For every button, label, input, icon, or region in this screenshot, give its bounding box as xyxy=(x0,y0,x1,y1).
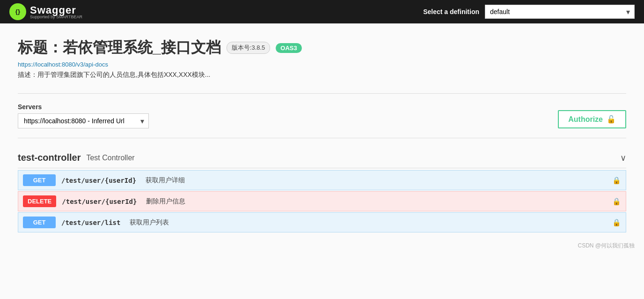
select-definition-label: Select a definition xyxy=(423,8,479,15)
servers-left: Servers https://localhost:8080 - Inferre… xyxy=(18,103,149,128)
endpoint-path: /test/user/list xyxy=(61,219,120,226)
svg-text:{}: {} xyxy=(15,8,20,15)
server-select[interactable]: https://localhost:8080 - Inferred Url xyxy=(18,113,149,128)
navbar-right: Select a definition default xyxy=(423,5,635,19)
definition-select[interactable]: default xyxy=(485,5,635,19)
method-badge: GET xyxy=(23,217,56,228)
footer: CSDN @何以我们孤独 xyxy=(0,237,644,254)
endpoint-lock-icon: 🔒 xyxy=(612,197,621,206)
method-badge: DELETE xyxy=(23,195,56,207)
endpoint-left: DELETE /test/user/{userId} 删除用户信息 xyxy=(23,195,185,207)
authorize-button-label: Authorize xyxy=(568,115,603,124)
servers-label: Servers xyxy=(18,103,149,111)
endpoint-path: /test/user/{userId} xyxy=(61,177,136,184)
endpoint-item[interactable]: GET /test/user/{userId} 获取用户详细 🔒 xyxy=(18,170,626,190)
definition-select-wrapper[interactable]: default xyxy=(485,5,635,19)
endpoint-path: /test/user/{userId} xyxy=(62,198,137,205)
title-row: 标题：若依管理系统_接口文档 版本号:3.8.5 OAS3 xyxy=(18,37,626,58)
endpoint-summary: 获取用户列表 xyxy=(130,218,169,227)
server-select-wrapper[interactable]: https://localhost:8080 - Inferred Url xyxy=(18,113,149,128)
navbar: {} Swagger Supported by SMARTBEAR Select… xyxy=(0,0,644,23)
endpoint-item[interactable]: DELETE /test/user/{userId} 删除用户信息 🔒 xyxy=(18,191,626,211)
swagger-logo-sub: Supported by SMARTBEAR xyxy=(30,15,82,19)
servers-section: Servers https://localhost:8080 - Inferre… xyxy=(18,93,626,138)
api-description: 描述：用于管理集团旗下公司的人员信息,具体包括XXX,XXX模块... xyxy=(18,71,626,79)
endpoint-lock-icon: 🔒 xyxy=(612,176,621,185)
description-label: 描述： xyxy=(18,71,37,78)
api-link[interactable]: https://localhost:8080/v3/api-docs xyxy=(18,61,626,68)
authorize-button[interactable]: Authorize 🔓 xyxy=(558,110,626,128)
method-badge: GET xyxy=(23,174,56,186)
endpoint-left: GET /test/user/list 获取用户列表 xyxy=(23,217,169,228)
swagger-brand: {} Swagger Supported by SMARTBEAR xyxy=(9,3,82,20)
endpoint-lock-icon: 🔒 xyxy=(612,218,621,227)
main-content: 标题：若依管理系统_接口文档 版本号:3.8.5 OAS3 https://lo… xyxy=(8,23,636,232)
endpoint-list: GET /test/user/{userId} 获取用户详细 🔒 DELETE … xyxy=(18,170,626,232)
chevron-down-icon: ∨ xyxy=(620,153,626,163)
lock-icon: 🔓 xyxy=(607,115,616,124)
version-badge: 版本号:3.8.5 xyxy=(227,42,271,54)
controller-name: test-controller xyxy=(18,152,80,163)
controller-section: test-controller Test Controller ∨ GET /t… xyxy=(18,148,626,232)
controller-title: test-controller Test Controller xyxy=(18,152,135,163)
swagger-logo-icon: {} xyxy=(13,7,23,17)
endpoint-item[interactable]: GET /test/user/list 获取用户列表 🔒 xyxy=(18,212,626,232)
footer-watermark: CSDN @何以我们孤独 xyxy=(578,242,635,249)
page-title: 标题：若依管理系统_接口文档 xyxy=(18,37,221,58)
description-text: 用于管理集团旗下公司的人员信息,具体包括XXX,XXX模块... xyxy=(37,71,210,78)
endpoint-summary: 删除用户信息 xyxy=(146,197,185,206)
controller-description: Test Controller xyxy=(86,154,134,162)
swagger-logo-circle: {} xyxy=(9,3,26,20)
oas-badge: OAS3 xyxy=(276,43,301,53)
title-area: 标题：若依管理系统_接口文档 版本号:3.8.5 OAS3 https://lo… xyxy=(18,37,626,79)
endpoint-left: GET /test/user/{userId} 获取用户详细 xyxy=(23,174,185,186)
controller-header[interactable]: test-controller Test Controller ∨ xyxy=(18,148,626,168)
endpoint-summary: 获取用户详细 xyxy=(146,176,185,185)
swagger-text: Swagger Supported by SMARTBEAR xyxy=(30,4,82,19)
